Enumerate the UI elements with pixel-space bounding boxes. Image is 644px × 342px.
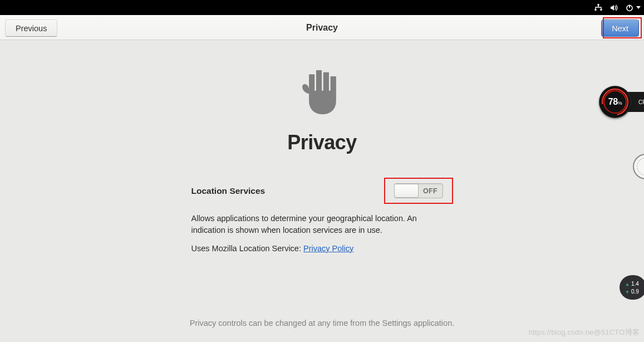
net-down: 0.9 — [625, 289, 644, 295]
system-top-bar — [0, 0, 644, 15]
gauge-side-label: CP — [638, 99, 644, 105]
mozilla-prefix: Uses Mozilla Location Service: — [191, 244, 303, 253]
toggle-state-label: OFF — [419, 187, 443, 195]
titlebar: Previous Privacy Next — [0, 15, 644, 40]
network-rate-widget: 1.4 0.9 — [620, 275, 644, 300]
svg-rect-2 — [601, 9, 602, 11]
content-area: Privacy Location Services OFF Allows app… — [0, 40, 644, 342]
svg-rect-5 — [309, 74, 314, 91]
power-menu[interactable] — [625, 3, 641, 12]
location-services-label: Location Services — [191, 186, 266, 196]
svg-rect-7 — [323, 72, 328, 92]
chevron-down-icon — [636, 6, 641, 9]
svg-rect-8 — [330, 76, 336, 92]
net-up: 1.4 — [625, 281, 644, 287]
annotation-switch-highlight: OFF — [384, 178, 453, 204]
volume-icon[interactable] — [609, 3, 618, 12]
location-services-description: Allows applications to determine your ge… — [191, 213, 420, 236]
footer-note: Privacy controls can be changed at any t… — [0, 319, 644, 328]
page-title: Privacy — [306, 23, 338, 33]
cpu-gauge-widget: CP 78% — [599, 86, 644, 118]
location-services-toggle[interactable]: OFF — [394, 183, 443, 198]
mozilla-location-note: Uses Mozilla Location Service: Privacy P… — [191, 244, 453, 253]
svg-rect-0 — [598, 4, 599, 6]
svg-rect-6 — [316, 70, 321, 92]
privacy-policy-link[interactable]: Privacy Policy — [303, 244, 353, 253]
watermark-text: https://blog.csdn.ne@51CTO博客 — [529, 328, 640, 338]
heading-privacy: Privacy — [287, 131, 357, 154]
toggle-handle — [394, 184, 419, 198]
svg-rect-1 — [595, 9, 597, 11]
next-button[interactable]: Next — [601, 19, 639, 37]
network-icon[interactable] — [594, 3, 603, 12]
previous-button[interactable]: Previous — [5, 19, 57, 37]
privacy-hand-icon — [297, 64, 348, 118]
